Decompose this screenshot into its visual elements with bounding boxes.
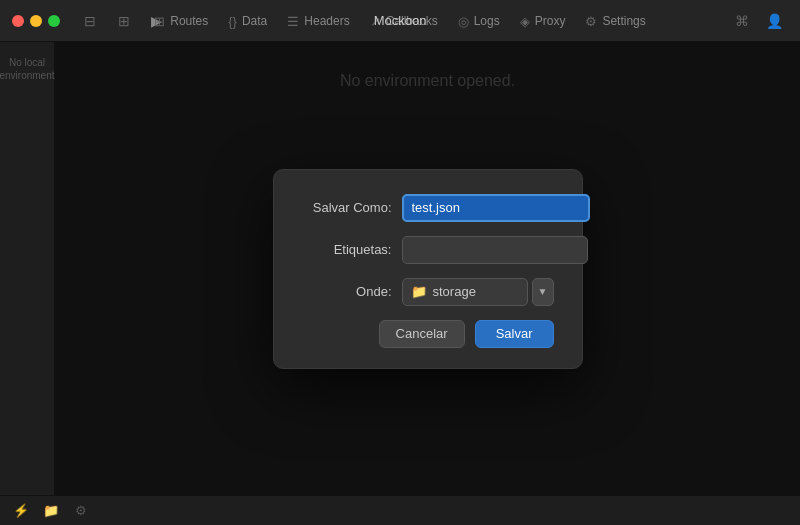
center-area: No environment opened. Salvar Como: Etiq… [55,42,800,495]
onde-value: storage [433,284,476,299]
close-button[interactable] [12,15,24,27]
no-local-environment-text: No local environment [0,52,59,86]
etiquetas-label: Etiquetas: [302,242,392,257]
terminal-icon[interactable]: ⌘ [728,7,756,35]
settings-icon: ⚙ [585,14,597,29]
maximize-button[interactable] [48,15,60,27]
onde-row: Onde: 📁 storage ▼ [302,278,554,306]
save-dialog: Salvar Como: Etiquetas: Onde: 📁 storage [273,169,583,369]
onde-label: Onde: [302,284,392,299]
tab-proxy[interactable]: ◈ Proxy [510,0,576,42]
statusbar: ⚡ 📁 ⚙ [0,495,800,525]
left-panel: No local environment [0,42,55,495]
monitor-icon[interactable]: ⊟ [76,7,104,35]
folder-icon: 📁 [411,284,427,299]
logs-icon: ◎ [458,14,469,29]
titlebar-right: ⌘ 👤 [728,7,800,35]
tab-logs[interactable]: ◎ Logs [448,0,510,42]
titlebar: ⊟ ⊞ ▶ ⊞ Routes {} Data ☰ Headers ↗ Callb… [0,0,800,42]
data-icon: {} [228,14,237,29]
onde-select[interactable]: 📁 storage [402,278,528,306]
tab-settings[interactable]: ⚙ Settings [575,0,655,42]
tab-data[interactable]: {} Data [218,0,277,42]
save-button[interactable]: Salvar [475,320,554,348]
user-icon[interactable]: 👤 [760,7,788,35]
main-content: No local environment No environment open… [0,42,800,495]
statusbar-folder-icon[interactable]: 📁 [40,500,62,522]
statusbar-settings-icon[interactable]: ⚙ [70,500,92,522]
tab-routes[interactable]: ⊞ Routes [144,0,218,42]
etiquetas-input[interactable] [402,236,588,264]
headers-icon: ☰ [287,14,299,29]
traffic-lights [0,15,72,27]
dialog-overlay: Salvar Como: Etiquetas: Onde: 📁 storage [55,42,800,495]
grid-icon[interactable]: ⊞ [110,7,138,35]
onde-container: 📁 storage ▼ [402,278,554,306]
sidebar-left-icons: ⊟ ⊞ [72,7,138,35]
routes-icon: ⊞ [154,14,165,29]
tab-headers[interactable]: ☰ Headers [277,0,359,42]
dialog-buttons: Cancelar Salvar [302,320,554,348]
app-title: Mockoon [374,13,427,28]
cancel-button[interactable]: Cancelar [379,320,465,348]
salvar-como-input[interactable] [402,194,590,222]
proxy-icon: ◈ [520,14,530,29]
etiquetas-row: Etiquetas: [302,236,554,264]
salvar-como-row: Salvar Como: [302,194,554,222]
salvar-como-label: Salvar Como: [302,200,392,215]
minimize-button[interactable] [30,15,42,27]
statusbar-icon-left[interactable]: ⚡ [10,500,32,522]
onde-chevron-button[interactable]: ▼ [532,278,554,306]
